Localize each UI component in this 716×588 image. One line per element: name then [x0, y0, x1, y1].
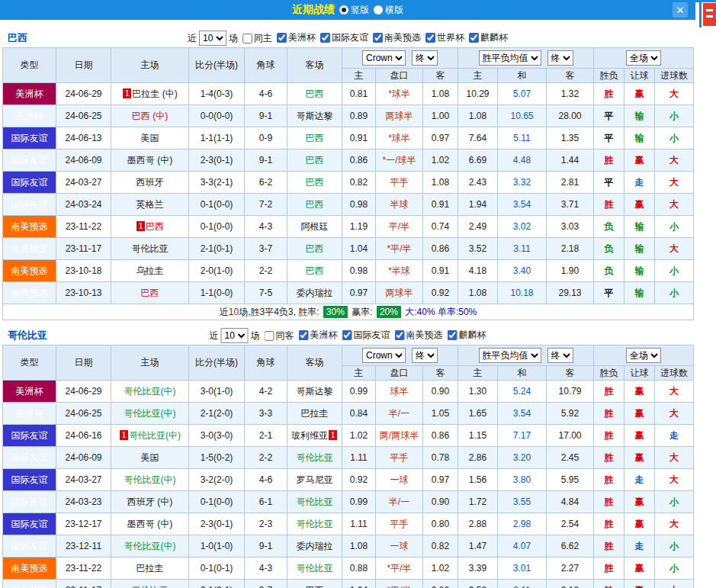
- home-team-name[interactable]: 哥伦比亚(中): [124, 386, 176, 397]
- home-team-name[interactable]: 墨西哥 (中): [127, 519, 172, 529]
- away-team-name[interactable]: 巴西: [306, 585, 324, 588]
- match-count-select[interactable]: 10: [221, 328, 249, 343]
- summary-stats: 近10场,胜3平4负3, 胜率: 30% 赢率: 20% 大:40% 单率:50…: [3, 304, 694, 320]
- team-title[interactable]: 哥伦比亚: [8, 329, 47, 342]
- home-team-name[interactable]: 哥伦比亚(中): [124, 541, 176, 551]
- away-team-name[interactable]: 巴西: [306, 265, 324, 276]
- home-team-name[interactable]: 哥伦比亚(中): [129, 430, 181, 441]
- vertical-layout-option[interactable]: 竖版: [339, 4, 369, 17]
- away-team-name[interactable]: 巴西: [306, 199, 324, 210]
- home-team-name[interactable]: 巴西 (中): [132, 111, 168, 121]
- handicap-line: *半球: [376, 260, 423, 282]
- goals-result-cell: 大: [655, 172, 694, 194]
- away-team-name[interactable]: 委内瑞拉: [297, 541, 333, 551]
- home-team-name[interactable]: 哥伦比亚(中): [124, 474, 176, 485]
- home-team-name[interactable]: 西班牙: [136, 177, 164, 188]
- away-team-name[interactable]: 巴西: [306, 133, 324, 143]
- away-team-name[interactable]: 巴西: [306, 177, 324, 188]
- cup-checkbox[interactable]: [448, 330, 458, 340]
- horizontal-radio-icon[interactable]: [374, 5, 383, 14]
- handicap-time-select[interactable]: 终: [412, 348, 438, 363]
- home-team-cell: 1哥伦比亚(中): [111, 425, 189, 447]
- cup-filter[interactable]: 麒麟杯: [448, 329, 486, 342]
- cup-checkbox[interactable]: [373, 33, 383, 43]
- vertical-radio-icon[interactable]: [339, 5, 348, 14]
- home-team-name[interactable]: 哥伦比亚: [132, 243, 169, 254]
- home-team-name[interactable]: 巴拉圭: [136, 563, 164, 574]
- home-team-name[interactable]: 哥伦比亚: [132, 585, 169, 588]
- odds-type-select[interactable]: 胜平负均值: [479, 348, 541, 363]
- away-team-name[interactable]: 哥伦比亚: [297, 452, 333, 463]
- draw-odds: 3.11: [498, 580, 547, 588]
- away-team-name[interactable]: 巴西: [306, 155, 324, 165]
- cup-checkbox[interactable]: [469, 33, 479, 43]
- cup-checkbox[interactable]: [277, 33, 287, 43]
- cup-filter[interactable]: 国际友谊: [320, 31, 368, 44]
- same-venue-checkbox[interactable]: [242, 34, 252, 43]
- away-team-name[interactable]: 哥伦比亚: [297, 496, 333, 507]
- away-team-name[interactable]: 哥伦比亚: [297, 519, 333, 529]
- home-team-name[interactable]: 墨西哥 (中): [127, 155, 172, 165]
- away-team-name[interactable]: 玻利维亚: [291, 430, 328, 441]
- cup-filter[interactable]: 南美预选: [395, 329, 443, 342]
- handicap-time-select[interactable]: 终: [412, 50, 438, 66]
- cup-filter[interactable]: 麒麟杯: [469, 31, 508, 44]
- team-title[interactable]: 巴西: [8, 31, 27, 45]
- scope-select-group: 全场: [594, 345, 694, 366]
- away-team-name[interactable]: 哥伦比亚: [297, 563, 333, 574]
- cup-checkbox[interactable]: [299, 330, 309, 340]
- match-count-select[interactable]: 10: [199, 31, 226, 46]
- odds-time-select[interactable]: 终: [547, 50, 573, 66]
- cup-filter[interactable]: 世界杯: [425, 31, 464, 44]
- away-team-name[interactable]: 哥斯达黎: [297, 111, 333, 121]
- cup-filter[interactable]: 美洲杯: [299, 329, 338, 342]
- away-team-name[interactable]: 哥斯达黎: [297, 386, 333, 397]
- scope-select[interactable]: 全场: [626, 348, 661, 363]
- home-team-name[interactable]: 巴西: [141, 288, 159, 298]
- horizontal-layout-option[interactable]: 横版: [374, 4, 403, 17]
- away-team-name[interactable]: 委内瑞拉: [297, 288, 333, 298]
- home-team-name[interactable]: 西班牙 (中): [127, 496, 172, 507]
- handicap-line: 球半: [376, 381, 423, 403]
- handicap-away-odds: 0.86: [423, 238, 458, 260]
- bookmaker-select[interactable]: Crown: [362, 50, 406, 66]
- same-venue-filter[interactable]: 同主: [242, 32, 272, 45]
- bookmaker-select[interactable]: Crown: [362, 348, 406, 363]
- home-team-name[interactable]: 巴西: [146, 221, 164, 232]
- same-venue-filter[interactable]: 同客: [265, 329, 294, 342]
- away-win-odds: 2.18: [547, 580, 594, 588]
- cup-filter[interactable]: 国际友谊: [342, 329, 390, 342]
- col-header-corner: 角球: [245, 48, 287, 83]
- away-team-name[interactable]: 阿根廷: [301, 221, 329, 232]
- home-team-name[interactable]: 美国: [141, 133, 159, 143]
- cup-checkbox[interactable]: [320, 33, 330, 43]
- score-cell: 1-0(1-0): [189, 535, 245, 557]
- away-team-name[interactable]: 巴西: [306, 243, 324, 254]
- home-team-name[interactable]: 美国: [141, 452, 159, 463]
- handicap-line: 平手: [376, 172, 423, 194]
- away-team-name[interactable]: 巴西: [306, 88, 324, 99]
- home-team-name[interactable]: 哥伦比亚(中): [124, 408, 176, 419]
- cup-checkbox[interactable]: [425, 33, 435, 43]
- score-cell: 2-3(0-1): [189, 149, 245, 172]
- same-venue-checkbox[interactable]: [265, 331, 275, 341]
- cup-checkbox[interactable]: [395, 330, 405, 340]
- home-team-name[interactable]: 乌拉圭: [136, 265, 164, 276]
- select-header-row: 类型 日期 主场 比分(半场) 角球 客场 Crown 终 胜平负均值: [3, 345, 694, 366]
- cup-filter[interactable]: 美洲杯: [277, 31, 316, 44]
- home-team-cell: 1巴西: [111, 216, 189, 238]
- handicap-away-odds: 0.74: [423, 216, 458, 238]
- cup-filter[interactable]: 南美预选: [373, 31, 421, 44]
- home-team-name[interactable]: 英格兰: [136, 199, 164, 210]
- rank-badge: 1: [123, 88, 131, 98]
- home-team-name[interactable]: 巴拉圭 (中): [132, 88, 177, 99]
- odds-time-select[interactable]: 终: [547, 348, 573, 363]
- clipped-red-button[interactable]: [703, 3, 716, 26]
- away-team-name[interactable]: 罗马尼亚: [297, 474, 333, 485]
- cup-checkbox[interactable]: [342, 330, 352, 340]
- away-team-name[interactable]: 巴拉圭: [301, 408, 329, 419]
- close-icon[interactable]: ✕: [673, 2, 688, 18]
- scope-select[interactable]: 全场: [626, 50, 661, 66]
- match-date-cell: 24-06-25: [56, 105, 111, 127]
- odds-type-select[interactable]: 胜平负均值: [479, 50, 541, 66]
